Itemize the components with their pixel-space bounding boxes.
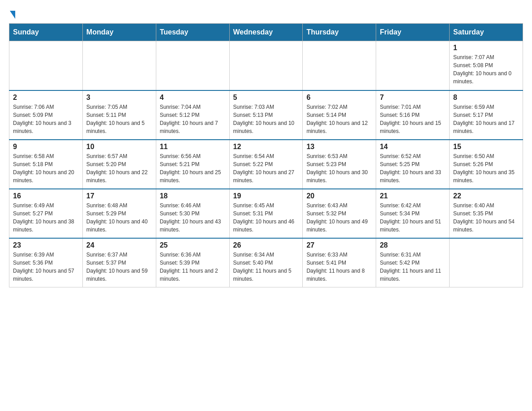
day-number: 27: [306, 241, 372, 249]
day-info: Sunrise: 6:46 AM Sunset: 5:30 PM Dayligh…: [160, 201, 226, 234]
day-info: Sunrise: 7:04 AM Sunset: 5:12 PM Dayligh…: [160, 103, 226, 135]
calendar-day: 15Sunrise: 6:50 AM Sunset: 5:26 PM Dayli…: [450, 140, 523, 189]
calendar-empty-day: [303, 41, 376, 90]
calendar-day: 8Sunrise: 6:59 AM Sunset: 5:17 PM Daylig…: [450, 90, 523, 140]
calendar-week-row: 9Sunrise: 6:58 AM Sunset: 5:18 PM Daylig…: [9, 140, 523, 189]
day-info: Sunrise: 6:33 AM Sunset: 5:41 PM Dayligh…: [306, 251, 372, 283]
day-number: 1: [453, 44, 519, 52]
day-info: Sunrise: 6:49 AM Sunset: 5:27 PM Dayligh…: [13, 201, 79, 234]
day-info: Sunrise: 6:42 AM Sunset: 5:34 PM Dayligh…: [380, 201, 446, 234]
logo-general-text: [9, 9, 15, 19]
day-number: 11: [160, 143, 226, 151]
page-header: [9, 9, 523, 19]
calendar-empty-day: [229, 41, 303, 90]
calendar-day: 16Sunrise: 6:49 AM Sunset: 5:27 PM Dayli…: [9, 189, 83, 238]
day-number: 22: [453, 192, 519, 200]
calendar-day: 19Sunrise: 6:45 AM Sunset: 5:31 PM Dayli…: [229, 189, 303, 238]
day-of-week-header: Wednesday: [229, 24, 303, 41]
calendar-day: 12Sunrise: 6:54 AM Sunset: 5:22 PM Dayli…: [229, 140, 303, 189]
calendar-day: 5Sunrise: 7:03 AM Sunset: 5:13 PM Daylig…: [229, 90, 303, 140]
day-number: 12: [233, 143, 299, 151]
day-info: Sunrise: 6:39 AM Sunset: 5:36 PM Dayligh…: [13, 251, 79, 283]
calendar-day: 21Sunrise: 6:42 AM Sunset: 5:34 PM Dayli…: [376, 189, 450, 238]
calendar-week-row: 1Sunrise: 7:07 AM Sunset: 5:08 PM Daylig…: [9, 41, 523, 90]
day-number: 25: [160, 241, 226, 249]
day-info: Sunrise: 6:34 AM Sunset: 5:40 PM Dayligh…: [233, 251, 299, 283]
day-info: Sunrise: 6:58 AM Sunset: 5:18 PM Dayligh…: [13, 152, 79, 184]
calendar-day: 20Sunrise: 6:43 AM Sunset: 5:32 PM Dayli…: [303, 189, 376, 238]
calendar-day: 24Sunrise: 6:37 AM Sunset: 5:37 PM Dayli…: [82, 238, 156, 287]
calendar-day: 17Sunrise: 6:48 AM Sunset: 5:29 PM Dayli…: [82, 189, 156, 238]
day-number: 9: [13, 143, 79, 151]
calendar-day: 1Sunrise: 7:07 AM Sunset: 5:08 PM Daylig…: [450, 41, 523, 90]
calendar-header-row: SundayMondayTuesdayWednesdayThursdayFrid…: [9, 24, 523, 41]
calendar-day: 2Sunrise: 7:06 AM Sunset: 5:09 PM Daylig…: [9, 90, 83, 140]
calendar-day: 18Sunrise: 6:46 AM Sunset: 5:30 PM Dayli…: [156, 189, 229, 238]
calendar-day: 23Sunrise: 6:39 AM Sunset: 5:36 PM Dayli…: [9, 238, 83, 287]
day-number: 16: [13, 192, 79, 200]
day-number: 14: [380, 143, 446, 151]
day-of-week-header: Saturday: [450, 24, 523, 41]
day-info: Sunrise: 6:37 AM Sunset: 5:37 PM Dayligh…: [86, 251, 152, 283]
day-info: Sunrise: 6:50 AM Sunset: 5:26 PM Dayligh…: [453, 152, 519, 184]
day-number: 4: [160, 94, 226, 102]
day-info: Sunrise: 6:45 AM Sunset: 5:31 PM Dayligh…: [233, 201, 299, 234]
day-info: Sunrise: 7:01 AM Sunset: 5:16 PM Dayligh…: [380, 103, 446, 135]
calendar-empty-day: [82, 41, 156, 90]
calendar-day: 3Sunrise: 7:05 AM Sunset: 5:11 PM Daylig…: [82, 90, 156, 140]
day-number: 3: [86, 94, 152, 102]
day-number: 7: [380, 94, 446, 102]
calendar-day: 25Sunrise: 6:36 AM Sunset: 5:39 PM Dayli…: [156, 238, 229, 287]
day-info: Sunrise: 6:48 AM Sunset: 5:29 PM Dayligh…: [86, 201, 152, 234]
day-info: Sunrise: 6:54 AM Sunset: 5:22 PM Dayligh…: [233, 152, 299, 184]
calendar-day: 6Sunrise: 7:02 AM Sunset: 5:14 PM Daylig…: [303, 90, 376, 140]
calendar-day: 28Sunrise: 6:31 AM Sunset: 5:42 PM Dayli…: [376, 238, 450, 287]
day-number: 21: [380, 192, 446, 200]
day-info: Sunrise: 6:43 AM Sunset: 5:32 PM Dayligh…: [306, 201, 372, 234]
day-info: Sunrise: 6:59 AM Sunset: 5:17 PM Dayligh…: [453, 103, 519, 135]
day-info: Sunrise: 6:53 AM Sunset: 5:23 PM Dayligh…: [306, 152, 372, 184]
day-number: 26: [233, 241, 299, 249]
day-of-week-header: Tuesday: [156, 24, 229, 41]
calendar-day: 9Sunrise: 6:58 AM Sunset: 5:18 PM Daylig…: [9, 140, 83, 189]
calendar-day: 4Sunrise: 7:04 AM Sunset: 5:12 PM Daylig…: [156, 90, 229, 140]
day-info: Sunrise: 6:56 AM Sunset: 5:21 PM Dayligh…: [160, 152, 226, 184]
day-number: 8: [453, 94, 519, 102]
day-info: Sunrise: 6:31 AM Sunset: 5:42 PM Dayligh…: [380, 251, 446, 283]
day-number: 18: [160, 192, 226, 200]
logo: [9, 9, 15, 19]
calendar-day: 27Sunrise: 6:33 AM Sunset: 5:41 PM Dayli…: [303, 238, 376, 287]
day-info: Sunrise: 7:06 AM Sunset: 5:09 PM Dayligh…: [13, 103, 79, 135]
day-info: Sunrise: 6:52 AM Sunset: 5:25 PM Dayligh…: [380, 152, 446, 184]
day-info: Sunrise: 6:40 AM Sunset: 5:35 PM Dayligh…: [453, 201, 519, 234]
calendar-empty-day: [156, 41, 229, 90]
day-info: Sunrise: 7:03 AM Sunset: 5:13 PM Dayligh…: [233, 103, 299, 135]
day-of-week-header: Sunday: [9, 24, 83, 41]
day-of-week-header: Monday: [82, 24, 156, 41]
calendar-day: 14Sunrise: 6:52 AM Sunset: 5:25 PM Dayli…: [376, 140, 450, 189]
day-number: 6: [306, 94, 372, 102]
calendar-week-row: 2Sunrise: 7:06 AM Sunset: 5:09 PM Daylig…: [9, 90, 523, 140]
day-info: Sunrise: 7:07 AM Sunset: 5:08 PM Dayligh…: [453, 53, 519, 86]
day-number: 2: [13, 94, 79, 102]
calendar-empty-day: [9, 41, 83, 90]
calendar-table: SundayMondayTuesdayWednesdayThursdayFrid…: [9, 23, 523, 287]
day-number: 13: [306, 143, 372, 151]
logo-arrow-icon: [10, 11, 15, 19]
day-number: 15: [453, 143, 519, 151]
calendar-empty-day: [450, 238, 523, 287]
calendar-day: 10Sunrise: 6:57 AM Sunset: 5:20 PM Dayli…: [82, 140, 156, 189]
day-number: 20: [306, 192, 372, 200]
day-of-week-header: Friday: [376, 24, 450, 41]
day-number: 23: [13, 241, 79, 249]
day-number: 10: [86, 143, 152, 151]
calendar-day: 26Sunrise: 6:34 AM Sunset: 5:40 PM Dayli…: [229, 238, 303, 287]
day-number: 5: [233, 94, 299, 102]
day-number: 28: [380, 241, 446, 249]
day-of-week-header: Thursday: [303, 24, 376, 41]
day-number: 17: [86, 192, 152, 200]
calendar-day: 13Sunrise: 6:53 AM Sunset: 5:23 PM Dayli…: [303, 140, 376, 189]
calendar-day: 11Sunrise: 6:56 AM Sunset: 5:21 PM Dayli…: [156, 140, 229, 189]
calendar-day: 22Sunrise: 6:40 AM Sunset: 5:35 PM Dayli…: [450, 189, 523, 238]
calendar-week-row: 16Sunrise: 6:49 AM Sunset: 5:27 PM Dayli…: [9, 189, 523, 238]
